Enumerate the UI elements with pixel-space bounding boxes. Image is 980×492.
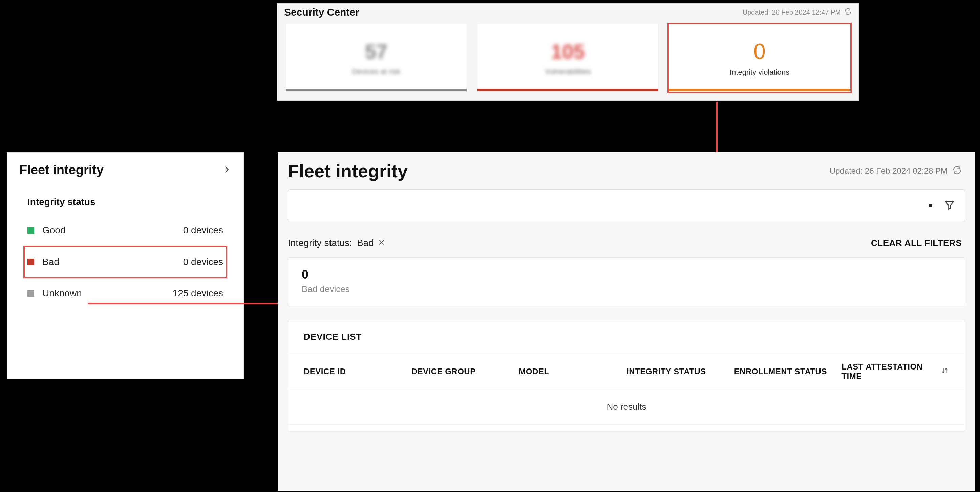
active-filter-row: Integrity status: Bad CLEAR ALL FILTERS (278, 222, 975, 257)
status-count: 0 devices (183, 225, 223, 236)
integrity-status-list: Good 0 devices Bad 0 devices Unknown 125… (7, 215, 243, 309)
device-list-card: DEVICE LIST DEVICE ID DEVICE GROUP MODEL… (288, 320, 965, 432)
main-updated-wrap: Updated: 26 Feb 2024 02:28 PM (830, 165, 962, 176)
col-integrity-status[interactable]: INTEGRITY STATUS (627, 367, 734, 376)
close-icon[interactable] (378, 238, 385, 248)
status-count: 0 devices (183, 257, 223, 267)
filter-chip[interactable]: Bad (357, 238, 385, 248)
device-list-title: DEVICE LIST (288, 320, 965, 354)
status-row-unknown[interactable]: Unknown 125 devices (27, 278, 223, 309)
status-count: 125 devices (173, 288, 223, 299)
main-title: Fleet integrity (288, 160, 408, 181)
main-updated: Updated: 26 Feb 2024 02:28 PM (830, 166, 948, 176)
toolbar (288, 189, 965, 222)
tile-label: Vulnerabilities (545, 67, 591, 76)
security-center-card: Security Center Updated: 26 Feb 2024 12:… (277, 3, 859, 101)
tile-accent-bar (286, 89, 467, 91)
no-results-text: No results (606, 402, 646, 412)
tile-devices-at-risk[interactable]: 57 Devices at risk (285, 24, 467, 92)
security-center-updated-wrap: Updated: 26 Feb 2024 12:47 PM (743, 8, 852, 17)
table-body-empty: No results (288, 389, 965, 425)
status-name: Good (42, 225, 66, 236)
clear-all-filters-button[interactable]: CLEAR ALL FILTERS (871, 238, 962, 248)
tile-integrity-violations[interactable]: 0 Integrity violations (669, 24, 850, 92)
status-color-good-icon (27, 227, 34, 234)
status-color-bad-icon (27, 259, 34, 265)
chevron-right-icon (222, 165, 231, 176)
fleet-integrity-sidebar: Fleet integrity Integrity status Good 0 … (7, 152, 244, 379)
status-row-bad[interactable]: Bad 0 devices (24, 246, 226, 278)
count-card: 0 Bad devices (288, 257, 965, 306)
security-center-header: Security Center Updated: 26 Feb 2024 12:… (277, 4, 858, 21)
tile-vulnerabilities[interactable]: 105 Vulnerabilities (477, 24, 659, 92)
fleet-integrity-main: Fleet integrity Updated: 26 Feb 2024 02:… (278, 152, 975, 490)
filter-label: Integrity status: (288, 238, 352, 248)
tile-label: Integrity violations (730, 68, 789, 77)
table-header-row: DEVICE ID DEVICE GROUP MODEL INTEGRITY S… (288, 354, 965, 389)
col-device-id[interactable]: DEVICE ID (304, 367, 411, 376)
col-enrollment-status[interactable]: ENROLLMENT STATUS (734, 367, 842, 376)
main-header: Fleet integrity Updated: 26 Feb 2024 02:… (278, 152, 975, 188)
security-center-tiles: 57 Devices at risk 105 Vulnerabilities 0… (277, 21, 858, 92)
security-center-title: Security Center (284, 6, 359, 18)
count-label: Bad devices (302, 284, 951, 294)
sidebar-title: Fleet integrity (19, 163, 103, 177)
sidebar-header[interactable]: Fleet integrity (7, 152, 243, 186)
tile-accent-bar (669, 89, 850, 91)
col-last-attestation-time[interactable]: LAST ATTESTATION TIME (842, 362, 949, 381)
more-icon[interactable] (929, 204, 932, 208)
tile-value: 0 (754, 39, 766, 64)
sort-icon[interactable] (940, 366, 949, 377)
refresh-icon[interactable] (952, 165, 962, 176)
tile-label: Devices at risk (352, 67, 400, 76)
col-label: LAST ATTESTATION TIME (842, 362, 936, 381)
status-name: Unknown (42, 288, 82, 299)
status-color-unknown-icon (27, 290, 34, 297)
tile-accent-bar (477, 89, 658, 91)
col-device-group[interactable]: DEVICE GROUP (411, 367, 519, 376)
count-value: 0 (302, 268, 951, 282)
active-filter: Integrity status: Bad (288, 238, 385, 248)
col-model[interactable]: MODEL (519, 367, 627, 376)
status-row-good[interactable]: Good 0 devices (27, 215, 223, 246)
tile-value: 57 (365, 40, 388, 63)
status-name: Bad (42, 257, 59, 267)
sidebar-subtitle: Integrity status (7, 186, 243, 215)
tile-value: 105 (551, 40, 585, 63)
filter-value: Bad (357, 238, 374, 248)
filter-icon[interactable] (945, 200, 955, 211)
refresh-icon[interactable] (844, 8, 852, 17)
svg-marker-0 (946, 202, 954, 209)
security-center-updated: Updated: 26 Feb 2024 12:47 PM (743, 8, 841, 16)
